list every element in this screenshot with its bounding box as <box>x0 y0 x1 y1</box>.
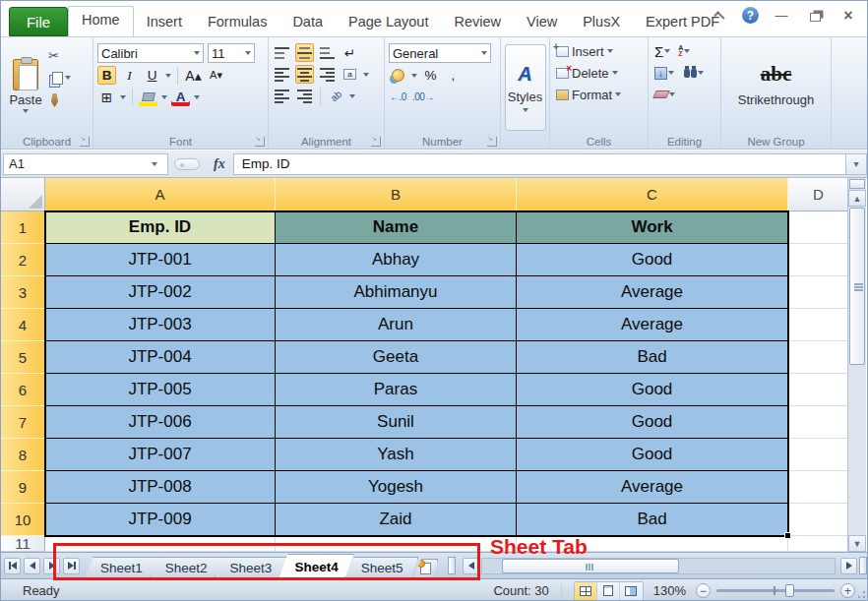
font-size-select[interactable]: 11 <box>208 43 255 63</box>
borders-icon[interactable]: ⊞ <box>97 88 116 106</box>
cell-name[interactable]: Yash <box>276 439 517 471</box>
vertical-scroll-thumb[interactable] <box>849 208 865 365</box>
sheet-tab-sheet2[interactable]: Sheet2 <box>150 557 223 578</box>
cell-name[interactable]: Abhay <box>276 244 517 276</box>
sort-filter-icon[interactable]: AZ <box>678 45 683 57</box>
cell-empid[interactable]: JTP-007 <box>45 439 276 471</box>
fill-color-icon[interactable] <box>139 88 157 106</box>
increase-indent-icon[interactable] <box>295 87 314 105</box>
paste-button[interactable]: Paste <box>3 40 48 131</box>
cell-empid[interactable]: JTP-009 <box>45 504 276 536</box>
cell-work[interactable]: Bad <box>517 504 788 536</box>
zoom-in-icon[interactable]: + <box>840 583 855 598</box>
align-center-button[interactable] <box>295 65 314 84</box>
formula-input[interactable]: Emp. ID <box>233 153 845 175</box>
decrease-indent-icon[interactable] <box>273 87 291 105</box>
clear-icon[interactable] <box>652 90 670 98</box>
zoom-level[interactable]: 130% <box>653 583 686 598</box>
tab-file[interactable]: File <box>9 7 68 36</box>
row-header[interactable]: 11 <box>1 536 45 552</box>
bold-button[interactable]: B <box>97 66 116 85</box>
fill-icon[interactable]: ↓ <box>654 67 667 80</box>
sheet-tab-sheet5[interactable]: Sheet5 <box>345 557 419 578</box>
cell-work-header[interactable]: Work <box>517 211 788 244</box>
increase-decimal-icon[interactable]: ←.0 <box>389 88 407 106</box>
format-painter-button[interactable] <box>48 91 71 109</box>
fill-handle[interactable] <box>784 532 791 539</box>
hscroll-resize-handle[interactable] <box>859 557 867 574</box>
cell-name[interactable]: Yogesh <box>276 471 517 504</box>
row-header[interactable]: 5 <box>1 341 45 374</box>
cell-empid[interactable]: JTP-005 <box>45 374 276 406</box>
strikethrough-button[interactable]: Strikethrough <box>738 92 814 107</box>
col-header-c[interactable]: C <box>517 178 788 211</box>
row-header[interactable]: 6 <box>1 374 45 406</box>
underline-dropdown-icon[interactable] <box>165 74 171 78</box>
find-select-icon[interactable] <box>684 69 690 78</box>
tab-insert[interactable]: Insert <box>134 9 195 36</box>
orientation-icon[interactable]: ab <box>327 87 345 105</box>
horizontal-scroll-thumb[interactable] <box>502 559 679 573</box>
cell-empid[interactable]: JTP-008 <box>45 471 276 504</box>
normal-view-icon[interactable] <box>575 582 597 600</box>
autosum-icon[interactable]: Σ <box>654 43 663 60</box>
copy-button[interactable] <box>48 69 71 87</box>
cell-empid[interactable]: JTP-001 <box>45 244 276 276</box>
cut-button[interactable]: ✂ <box>48 46 71 64</box>
name-box-dropdown-icon[interactable] <box>152 162 157 166</box>
tab-data[interactable]: Data <box>279 9 336 36</box>
merge-center-icon[interactable]: a <box>341 65 359 84</box>
row-header[interactable]: 2 <box>1 244 45 276</box>
sheet-tab-sheet1[interactable]: Sheet1 <box>85 557 158 578</box>
tab-home[interactable]: Home <box>68 6 134 36</box>
resize-grip[interactable] <box>855 588 867 600</box>
tab-page-layout[interactable]: Page Layout <box>336 9 441 36</box>
clipboard-dialog-launcher[interactable] <box>80 137 90 147</box>
page-break-view-icon[interactable] <box>620 582 643 600</box>
row-header[interactable]: 4 <box>1 309 45 341</box>
cell-empid[interactable]: JTP-006 <box>45 406 276 439</box>
close-icon[interactable]: × <box>837 8 859 24</box>
insert-function-icon[interactable]: fx <box>206 156 233 172</box>
sheet-tab-sheet3[interactable]: Sheet3 <box>215 557 288 578</box>
vertical-split-handle[interactable] <box>849 179 865 189</box>
last-sheet-icon[interactable] <box>63 558 80 574</box>
row-header[interactable]: 8 <box>1 439 45 471</box>
tab-view[interactable]: View <box>514 9 570 36</box>
row-header[interactable]: 10 <box>1 504 45 536</box>
cell-work[interactable]: Good <box>517 439 788 471</box>
format-cells-button[interactable]: Format <box>552 84 646 105</box>
formula-bar-expand-icon[interactable]: ▾ <box>845 153 867 175</box>
row-header[interactable]: 7 <box>1 406 45 439</box>
hscroll-right-icon[interactable] <box>840 558 857 574</box>
font-dialog-launcher[interactable] <box>255 137 265 147</box>
comma-style-button[interactable]: , <box>444 66 463 85</box>
cell-empid[interactable]: JTP-002 <box>45 276 276 309</box>
row-header[interactable]: 3 <box>1 276 45 309</box>
cell-name[interactable]: Arun <box>276 309 517 341</box>
page-layout-view-icon[interactable] <box>597 582 620 600</box>
cell-work[interactable]: Average <box>517 276 788 309</box>
insert-cells-button[interactable]: Insert <box>552 40 646 62</box>
decrease-decimal-icon[interactable]: .00→ <box>411 88 435 106</box>
align-right-button[interactable] <box>318 65 337 84</box>
font-name-select[interactable]: Calibri <box>97 43 204 63</box>
delete-cells-button[interactable]: Delete <box>552 62 646 84</box>
zoom-out-icon[interactable]: − <box>696 583 711 598</box>
zoom-slider-thumb[interactable] <box>785 584 794 597</box>
font-color-icon[interactable]: A <box>171 88 190 106</box>
cell-empid[interactable]: JTP-004 <box>45 341 276 374</box>
accounting-format-icon[interactable] <box>389 66 407 85</box>
align-bottom-button[interactable] <box>318 43 337 62</box>
restore-icon[interactable] <box>804 8 826 24</box>
tab-formulas[interactable]: Formulas <box>195 9 279 36</box>
col-header-b[interactable]: B <box>276 178 517 211</box>
col-header-a[interactable]: A <box>45 178 276 211</box>
cell-work[interactable]: Good <box>517 406 788 439</box>
cell-name-header[interactable]: Name <box>276 211 517 244</box>
cell-name[interactable]: Sunil <box>276 406 517 439</box>
underline-button[interactable]: U <box>143 66 161 85</box>
percent-style-button[interactable]: % <box>421 66 440 85</box>
cell-name[interactable]: Paras <box>276 374 517 406</box>
wrap-text-icon[interactable]: ↵ <box>341 43 359 62</box>
